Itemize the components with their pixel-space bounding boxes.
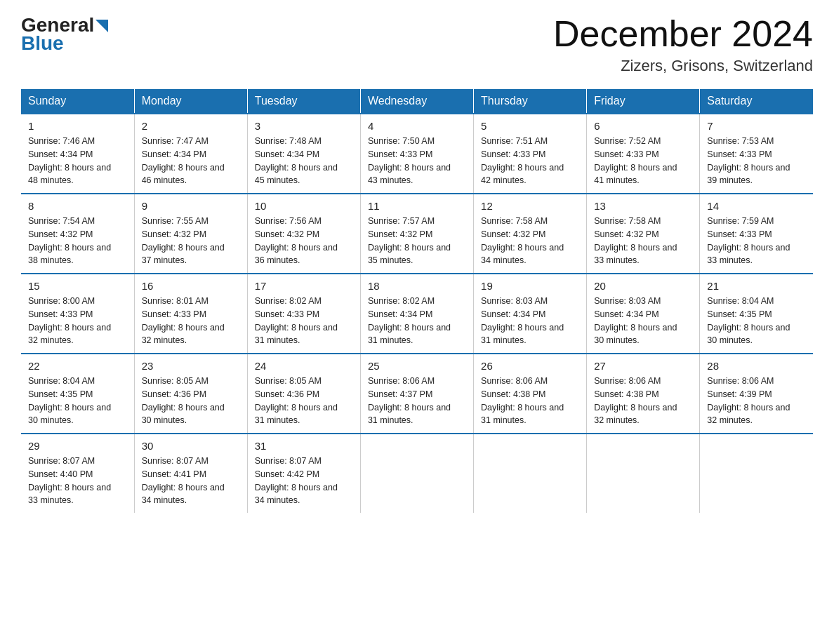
day-info: Sunrise: 8:02 AMSunset: 4:33 PMDaylight:…: [255, 295, 353, 347]
calendar-body: 1Sunrise: 7:46 AMSunset: 4:34 PMDaylight…: [21, 114, 813, 513]
calendar-cell: 8Sunrise: 7:54 AMSunset: 4:32 PMDaylight…: [21, 194, 134, 274]
day-of-week-sunday: Sunday: [21, 89, 134, 114]
calendar-cell: 6Sunrise: 7:52 AMSunset: 4:33 PMDaylight…: [587, 114, 700, 194]
title-block: December 2024 Zizers, Grisons, Switzerla…: [553, 14, 813, 75]
day-info: Sunrise: 8:07 AMSunset: 4:41 PMDaylight:…: [142, 455, 240, 507]
day-info: Sunrise: 7:48 AMSunset: 4:34 PMDaylight:…: [255, 135, 353, 187]
day-info: Sunrise: 7:58 AMSunset: 4:32 PMDaylight:…: [594, 215, 692, 267]
day-info: Sunrise: 8:02 AMSunset: 4:34 PMDaylight:…: [368, 295, 466, 347]
day-of-week-thursday: Thursday: [474, 89, 587, 114]
calendar-cell: 13Sunrise: 7:58 AMSunset: 4:32 PMDayligh…: [587, 194, 700, 274]
logo-arrow-icon: [95, 20, 108, 32]
day-number: 9: [142, 200, 240, 212]
calendar-cell: 12Sunrise: 7:58 AMSunset: 4:32 PMDayligh…: [474, 194, 587, 274]
calendar-cell: 9Sunrise: 7:55 AMSunset: 4:32 PMDaylight…: [134, 194, 247, 274]
day-of-week-saturday: Saturday: [700, 89, 813, 114]
day-info: Sunrise: 7:54 AMSunset: 4:32 PMDaylight:…: [28, 215, 127, 267]
calendar-cell: 19Sunrise: 8:03 AMSunset: 4:34 PMDayligh…: [474, 274, 587, 354]
calendar-week-2: 8Sunrise: 7:54 AMSunset: 4:32 PMDaylight…: [21, 194, 813, 274]
day-info: Sunrise: 8:05 AMSunset: 4:36 PMDaylight:…: [255, 375, 353, 427]
calendar-cell: [587, 434, 700, 513]
day-info: Sunrise: 8:03 AMSunset: 4:34 PMDaylight:…: [481, 295, 579, 347]
day-of-week-friday: Friday: [587, 89, 700, 114]
day-info: Sunrise: 7:53 AMSunset: 4:33 PMDaylight:…: [707, 135, 806, 187]
day-number: 7: [707, 120, 806, 132]
calendar-cell: 29Sunrise: 8:07 AMSunset: 4:40 PMDayligh…: [21, 434, 134, 513]
day-number: 21: [707, 280, 806, 292]
calendar-cell: 1Sunrise: 7:46 AMSunset: 4:34 PMDaylight…: [21, 114, 134, 194]
day-number: 10: [255, 200, 353, 212]
calendar-cell: [474, 434, 587, 513]
day-number: 6: [594, 120, 692, 132]
day-info: Sunrise: 8:06 AMSunset: 4:38 PMDaylight:…: [594, 375, 692, 427]
day-number: 26: [481, 360, 579, 372]
calendar-cell: 14Sunrise: 7:59 AMSunset: 4:33 PMDayligh…: [700, 194, 813, 274]
day-info: Sunrise: 7:47 AMSunset: 4:34 PMDaylight:…: [142, 135, 240, 187]
calendar-title: December 2024: [553, 14, 813, 54]
calendar-cell: 28Sunrise: 8:06 AMSunset: 4:39 PMDayligh…: [700, 354, 813, 434]
calendar-cell: 17Sunrise: 8:02 AMSunset: 4:33 PMDayligh…: [247, 274, 360, 354]
day-number: 8: [28, 200, 127, 212]
page-header: General Blue December 2024 Zizers, Griso…: [21, 14, 813, 75]
calendar-cell: 5Sunrise: 7:51 AMSunset: 4:33 PMDaylight…: [474, 114, 587, 194]
calendar-cell: 26Sunrise: 8:06 AMSunset: 4:38 PMDayligh…: [474, 354, 587, 434]
calendar-header: SundayMondayTuesdayWednesdayThursdayFrid…: [21, 89, 813, 114]
calendar-table: SundayMondayTuesdayWednesdayThursdayFrid…: [21, 89, 813, 513]
calendar-week-5: 29Sunrise: 8:07 AMSunset: 4:40 PMDayligh…: [21, 434, 813, 513]
day-info: Sunrise: 8:03 AMSunset: 4:34 PMDaylight:…: [594, 295, 692, 347]
day-number: 18: [368, 280, 466, 292]
logo: General Blue: [21, 14, 108, 55]
day-info: Sunrise: 8:06 AMSunset: 4:39 PMDaylight:…: [707, 375, 806, 427]
day-number: 1: [28, 120, 127, 132]
calendar-cell: 15Sunrise: 8:00 AMSunset: 4:33 PMDayligh…: [21, 274, 134, 354]
day-number: 28: [707, 360, 806, 372]
day-number: 24: [255, 360, 353, 372]
day-number: 13: [594, 200, 692, 212]
day-number: 20: [594, 280, 692, 292]
calendar-cell: 31Sunrise: 8:07 AMSunset: 4:42 PMDayligh…: [247, 434, 360, 513]
day-info: Sunrise: 7:56 AMSunset: 4:32 PMDaylight:…: [255, 215, 353, 267]
calendar-cell: [360, 434, 473, 513]
calendar-cell: 18Sunrise: 8:02 AMSunset: 4:34 PMDayligh…: [360, 274, 473, 354]
logo-blue-text: Blue: [21, 32, 64, 55]
calendar-week-1: 1Sunrise: 7:46 AMSunset: 4:34 PMDaylight…: [21, 114, 813, 194]
calendar-cell: 24Sunrise: 8:05 AMSunset: 4:36 PMDayligh…: [247, 354, 360, 434]
day-info: Sunrise: 8:05 AMSunset: 4:36 PMDaylight:…: [142, 375, 240, 427]
day-number: 15: [28, 280, 127, 292]
day-info: Sunrise: 7:52 AMSunset: 4:33 PMDaylight:…: [594, 135, 692, 187]
calendar-week-4: 22Sunrise: 8:04 AMSunset: 4:35 PMDayligh…: [21, 354, 813, 434]
day-of-week-monday: Monday: [134, 89, 247, 114]
calendar-cell: 20Sunrise: 8:03 AMSunset: 4:34 PMDayligh…: [587, 274, 700, 354]
day-info: Sunrise: 7:59 AMSunset: 4:33 PMDaylight:…: [707, 215, 806, 267]
calendar-cell: 2Sunrise: 7:47 AMSunset: 4:34 PMDaylight…: [134, 114, 247, 194]
calendar-subtitle: Zizers, Grisons, Switzerland: [553, 57, 813, 75]
calendar-cell: 25Sunrise: 8:06 AMSunset: 4:37 PMDayligh…: [360, 354, 473, 434]
calendar-cell: 27Sunrise: 8:06 AMSunset: 4:38 PMDayligh…: [587, 354, 700, 434]
day-info: Sunrise: 8:00 AMSunset: 4:33 PMDaylight:…: [28, 295, 127, 347]
calendar-cell: 16Sunrise: 8:01 AMSunset: 4:33 PMDayligh…: [134, 274, 247, 354]
calendar-cell: 4Sunrise: 7:50 AMSunset: 4:33 PMDaylight…: [360, 114, 473, 194]
day-info: Sunrise: 7:55 AMSunset: 4:32 PMDaylight:…: [142, 215, 240, 267]
day-number: 11: [368, 200, 466, 212]
day-info: Sunrise: 7:58 AMSunset: 4:32 PMDaylight:…: [481, 215, 579, 267]
day-info: Sunrise: 8:01 AMSunset: 4:33 PMDaylight:…: [142, 295, 240, 347]
day-number: 2: [142, 120, 240, 132]
day-number: 3: [255, 120, 353, 132]
day-number: 12: [481, 200, 579, 212]
calendar-cell: 11Sunrise: 7:57 AMSunset: 4:32 PMDayligh…: [360, 194, 473, 274]
calendar-cell: 7Sunrise: 7:53 AMSunset: 4:33 PMDaylight…: [700, 114, 813, 194]
day-number: 19: [481, 280, 579, 292]
day-number: 4: [368, 120, 466, 132]
calendar-week-3: 15Sunrise: 8:00 AMSunset: 4:33 PMDayligh…: [21, 274, 813, 354]
day-info: Sunrise: 7:50 AMSunset: 4:33 PMDaylight:…: [368, 135, 466, 187]
day-of-week-tuesday: Tuesday: [247, 89, 360, 114]
calendar-cell: 10Sunrise: 7:56 AMSunset: 4:32 PMDayligh…: [247, 194, 360, 274]
day-number: 29: [28, 440, 127, 452]
calendar-cell: 23Sunrise: 8:05 AMSunset: 4:36 PMDayligh…: [134, 354, 247, 434]
day-info: Sunrise: 8:04 AMSunset: 4:35 PMDaylight:…: [707, 295, 806, 347]
day-number: 17: [255, 280, 353, 292]
days-of-week-row: SundayMondayTuesdayWednesdayThursdayFrid…: [21, 89, 813, 114]
day-number: 31: [255, 440, 353, 452]
calendar-cell: 30Sunrise: 8:07 AMSunset: 4:41 PMDayligh…: [134, 434, 247, 513]
calendar-cell: [700, 434, 813, 513]
